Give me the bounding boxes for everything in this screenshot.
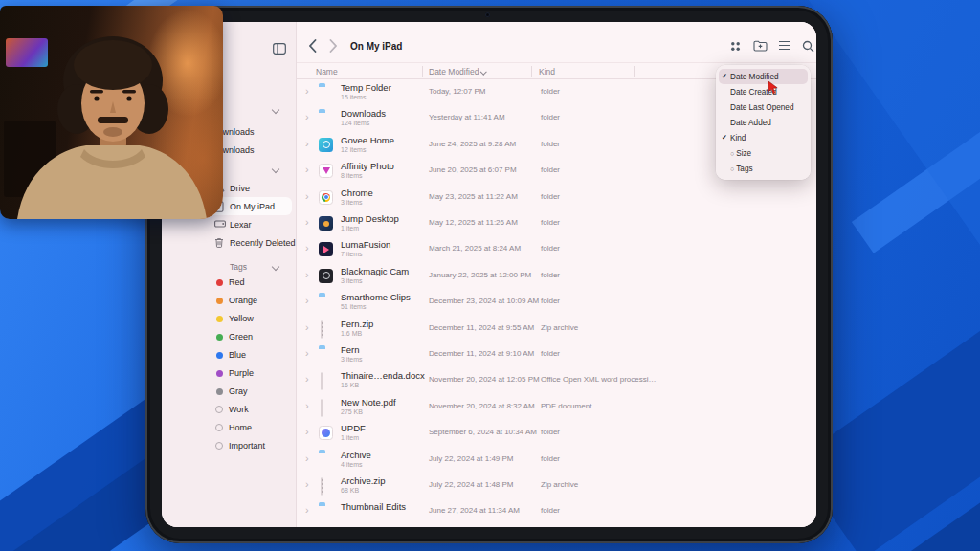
file-meta: 12 items <box>341 145 394 154</box>
front-camera-dot <box>485 12 490 17</box>
sidebar-tag-green[interactable]: Green <box>162 328 297 346</box>
file-row[interactable]: › Fern 3 items December 11, 2024 at 9:10… <box>297 342 816 367</box>
disclosure-chevron-icon[interactable]: › <box>305 269 309 280</box>
disclosure-chevron-icon[interactable]: › <box>305 504 309 516</box>
disclosure-chevron-icon[interactable]: › <box>305 478 309 490</box>
file-name-block: New Note.pdf 275 KB <box>341 397 396 416</box>
file-row[interactable]: › UPDF 1 item September 6, 2024 at 10:34… <box>297 420 816 446</box>
sidebar-smart-work[interactable]: Work <box>162 401 297 419</box>
disclosure-chevron-icon[interactable]: › <box>305 452 309 464</box>
column-header-date-modified[interactable]: Date Modified <box>429 67 486 77</box>
sort-option-date-modified[interactable]: ✓ Date Modified <box>719 69 808 84</box>
file-kind: Zip archive <box>541 323 578 332</box>
file-date-modified: June 27, 2024 at 11:34 AM <box>429 506 520 515</box>
section-collapse-chevron-icon[interactable] <box>272 106 279 114</box>
sidebar-tag-purple[interactable]: Purple <box>162 364 297 383</box>
file-date-modified: September 6, 2024 at 10:34 AM <box>429 428 537 436</box>
column-divider[interactable] <box>422 66 423 77</box>
sidebar-tag-orange[interactable]: Orange <box>162 292 297 310</box>
file-name-block: Chrome 3 items <box>341 187 373 207</box>
disclosure-chevron-icon[interactable]: › <box>305 347 309 359</box>
file-row[interactable]: › Jump Desktop 1 item May 12, 2025 at 11… <box>297 210 816 236</box>
sort-option-tags[interactable]: ○ Tags <box>719 161 808 176</box>
file-meta: 1 item <box>341 433 366 442</box>
file-row[interactable]: › New Note.pdf 275 KB November 20, 2024 … <box>297 394 816 420</box>
sort-option-label: Date Modified <box>730 73 779 81</box>
file-name: Downloads <box>341 108 386 119</box>
file-row[interactable]: › Thumbnail Edits June 27, 2024 at 11:34… <box>297 498 816 524</box>
trash-icon <box>214 237 224 248</box>
sort-option-date-last-opened[interactable]: Date Last Opened <box>719 99 808 115</box>
sidebar-tag-red[interactable]: Red <box>162 274 297 292</box>
smart-list-circle-icon <box>215 424 223 431</box>
file-name: Affinity Photo <box>341 161 394 171</box>
tag-color-dot <box>216 352 223 359</box>
updf-icon <box>319 426 333 440</box>
file-kind: folder <box>541 271 560 279</box>
sidebar-item-label: On My iPad <box>230 202 275 211</box>
disclosure-chevron-icon[interactable]: › <box>305 373 309 385</box>
chrome-icon <box>319 190 333 205</box>
file-meta: 275 KB <box>341 408 396 416</box>
disclosure-chevron-icon[interactable]: › <box>305 321 309 333</box>
file-name: Thinaire…enda.docx <box>341 370 425 381</box>
file-row[interactable]: › Archive.zip 68 KB July 22, 2024 at 1:4… <box>297 473 816 498</box>
sidebar-tag-yellow[interactable]: Yellow <box>162 310 297 328</box>
file-meta: 68 KB <box>341 486 385 495</box>
disclosure-chevron-icon[interactable]: › <box>305 190 309 202</box>
disclosure-chevron-icon[interactable]: › <box>305 426 309 437</box>
file-meta: 124 items <box>341 119 386 127</box>
view-options-icon[interactable] <box>729 40 742 53</box>
column-divider[interactable] <box>634 66 635 77</box>
file-row[interactable]: › Thinaire…enda.docx 16 KB November 20, … <box>297 367 816 393</box>
disclosure-chevron-icon[interactable]: › <box>305 216 309 228</box>
section-collapse-chevron-icon[interactable] <box>272 263 279 271</box>
search-icon[interactable] <box>802 40 814 53</box>
column-header-name[interactable]: Name <box>316 67 338 77</box>
sort-option-kind[interactable]: ✓ Kind <box>719 130 808 145</box>
file-name: Temp Folder <box>341 82 391 93</box>
disclosure-chevron-icon[interactable]: › <box>305 85 309 97</box>
disclosure-chevron-icon[interactable]: › <box>305 242 309 253</box>
file-name-block: Fern 3 items <box>341 344 363 364</box>
presenter-avatar <box>0 6 223 219</box>
tag-color-dot <box>216 316 223 322</box>
file-row[interactable]: › Archive 4 items July 22, 2024 at 1:49 … <box>297 447 816 473</box>
disclosure-chevron-icon[interactable]: › <box>305 400 309 411</box>
file-name-block: Downloads 124 items <box>341 108 386 127</box>
disclosure-chevron-icon[interactable]: › <box>305 295 309 306</box>
file-kind: Office Open XML word processi… <box>541 375 657 384</box>
sort-option-date-added[interactable]: Date Added <box>719 115 808 130</box>
column-header-kind[interactable]: Kind <box>539 67 555 77</box>
file-meta: 8 items <box>341 171 394 180</box>
file-date-modified: June 24, 2025 at 9:28 AM <box>429 140 516 148</box>
back-button[interactable] <box>308 39 317 53</box>
file-name-block: Affinity Photo 8 items <box>341 161 394 180</box>
file-name-block: Smarthome Clips 51 items <box>341 292 411 311</box>
sidebar-smart-home[interactable]: Home <box>162 419 297 437</box>
disclosure-chevron-icon[interactable]: › <box>305 138 309 149</box>
file-meta: 1 item <box>341 224 399 232</box>
sidebar-item-recently-deleted[interactable]: Recently Deleted <box>162 234 297 253</box>
list-view-icon[interactable] <box>778 40 791 51</box>
tags-header-label: Tags <box>230 262 247 272</box>
file-kind: folder <box>541 297 560 305</box>
file-row[interactable]: › LumaFusion 7 items March 21, 2025 at 8… <box>297 236 816 262</box>
sort-option-size[interactable]: ○ Size <box>719 145 808 161</box>
disclosure-chevron-icon[interactable]: › <box>305 111 309 122</box>
column-divider[interactable] <box>531 66 532 77</box>
sidebar-toggle-icon[interactable] <box>273 41 286 58</box>
sort-option-date-created[interactable]: Date Created <box>719 84 808 99</box>
sidebar-smart-important[interactable]: Important <box>162 437 297 455</box>
sidebar-tag-blue[interactable]: Blue <box>162 346 297 364</box>
forward-button[interactable] <box>329 39 338 53</box>
section-collapse-chevron-icon[interactable] <box>272 165 279 173</box>
file-row[interactable]: › Fern.zip 1.6 MB December 11, 2024 at 9… <box>297 316 816 342</box>
new-folder-icon[interactable] <box>753 40 768 52</box>
file-row[interactable]: › Blackmagic Cam 3 items January 22, 202… <box>297 263 816 289</box>
file-row[interactable]: › Chrome 3 items May 23, 2025 at 11:22 A… <box>297 185 816 210</box>
checkmark-icon: ✓ <box>722 134 730 142</box>
file-row[interactable]: › Smarthome Clips 51 items December 23, … <box>297 289 816 315</box>
disclosure-chevron-icon[interactable]: › <box>305 164 309 175</box>
sidebar-tag-gray[interactable]: Gray <box>162 383 297 401</box>
